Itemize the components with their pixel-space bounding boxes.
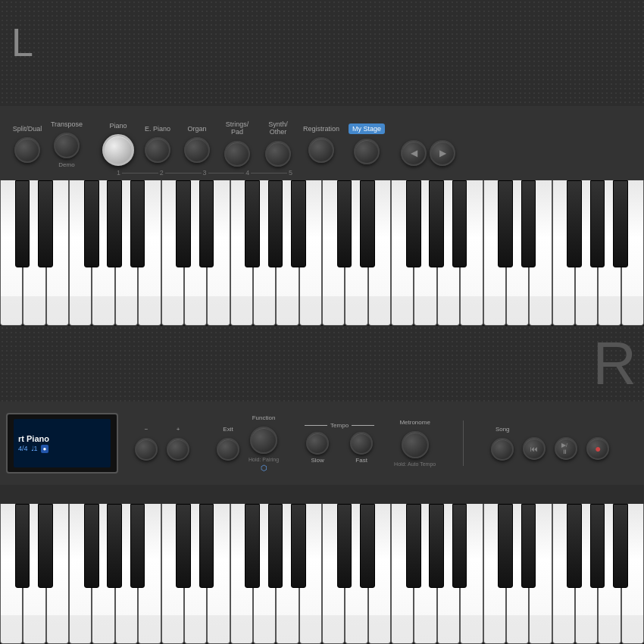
v-divider [463,420,464,466]
metronome-knob[interactable] [402,431,429,458]
slow-group: Slow [302,432,333,464]
epiano-label: E. Piano [145,125,170,133]
label-r: R [592,333,636,394]
black-key[interactable] [521,180,536,267]
black-key[interactable] [337,180,352,267]
split-dual-group: Split/Dual [8,125,47,163]
black-key[interactable] [452,180,467,267]
record-knob[interactable]: ● [586,437,609,460]
song-label: Song [496,426,510,433]
black-key[interactable] [406,180,421,267]
black-key[interactable] [360,180,375,267]
skip-back-knob[interactable]: ⏮ [523,437,546,460]
black-key[interactable] [406,504,421,588]
function-label: Function [252,414,276,422]
my-stage-button[interactable]: My Stage [349,123,385,134]
function-knob[interactable] [250,427,277,454]
fast-knob[interactable] [350,432,373,455]
black-key[interactable] [130,504,145,588]
black-key[interactable] [15,504,30,588]
tempo-text: Tempo [327,422,352,429]
epiano-knob[interactable] [145,137,170,163]
metronome-label: Metronome [399,419,430,427]
nav-left-knob[interactable]: ◀ [401,140,427,166]
demo-label: Demo [58,161,74,168]
organ-group: Organ [177,125,217,163]
black-key[interactable] [498,180,513,267]
record-group: ● [582,427,614,460]
black-key[interactable] [199,504,214,588]
auto-tempo-label: Hold: Auto Tempo [394,461,436,467]
tempo-group: Tempo Slow Fast [302,422,377,464]
synth-other-knob[interactable] [265,141,291,167]
black-key[interactable] [176,504,191,588]
black-key[interactable] [107,180,122,267]
play-pause-knob[interactable]: ▶/⏸ [555,437,577,460]
black-key[interactable] [613,180,628,267]
function-group: Function Hold: Pairing ⬡ [244,414,283,472]
black-key[interactable] [567,180,582,267]
black-key[interactable] [107,504,122,588]
black-key[interactable] [498,504,513,588]
strings-pad-label: Strings/Pad [226,121,249,136]
black-key[interactable] [590,504,605,588]
nav-arrows-group: ◀ ▶ [402,122,455,166]
exit-group: Exit [212,426,244,461]
my-stage-knob[interactable] [354,139,380,164]
black-key[interactable] [452,504,467,588]
black-key[interactable] [176,180,191,267]
black-key[interactable] [567,504,582,588]
strings-pad-knob[interactable] [224,141,250,167]
black-key[interactable] [130,180,145,267]
black-key[interactable] [84,504,99,588]
synth-other-group: Synth/Other [258,121,299,167]
tempo-label-bar: Tempo [305,422,374,429]
black-key[interactable] [245,180,260,267]
minus-label: − [145,426,148,433]
tempo-row: Slow Fast [302,432,377,464]
black-key[interactable] [199,180,214,267]
black-key[interactable] [38,504,53,588]
nav-right-knob[interactable]: ▶ [430,140,455,166]
num-2: 2 [160,169,164,177]
transpose-knob[interactable] [54,133,80,158]
number-strip: 1 2 3 4 5 [114,169,295,177]
black-key[interactable] [291,504,306,588]
num-1: 1 [117,169,120,177]
black-key[interactable] [84,180,99,267]
song-knob[interactable] [491,438,514,461]
black-key[interactable] [268,180,283,267]
organ-knob[interactable] [184,137,210,163]
black-key[interactable] [245,504,260,588]
black-key[interactable] [521,504,536,588]
display-measure: ♩1 [31,445,38,452]
fast-group: Fast [345,432,377,464]
black-key[interactable] [337,504,352,588]
keys-top [0,180,644,326]
transpose-group: Transpose Demo [47,120,86,168]
display-bottom-title: rt Piano [18,434,106,443]
piano-knob[interactable] [102,134,134,166]
minus-knob[interactable] [135,438,158,461]
registration-knob[interactable] [308,137,334,163]
display-bottom-sub: 4/4 ♩1 ● [18,445,106,453]
black-key[interactable] [38,180,53,267]
keyboard-top [0,180,644,326]
black-key[interactable] [613,504,628,588]
split-dual-knob[interactable] [14,137,40,163]
black-key[interactable] [429,180,444,267]
black-key[interactable] [15,180,30,267]
black-key[interactable] [590,180,605,267]
display-badge: ● [41,445,49,453]
hold-pairing-label: Hold: Pairing [249,456,279,463]
plus-knob[interactable] [167,438,189,461]
slow-knob[interactable] [306,432,329,455]
black-key[interactable] [360,504,375,588]
split-dual-label: Split/Dual [13,125,42,133]
metronome-group: Metronome Hold: Auto Tempo [389,419,440,467]
black-key[interactable] [291,180,306,267]
black-key[interactable] [429,504,444,588]
exit-knob[interactable] [217,438,239,461]
epiano-group: E. Piano [138,125,177,163]
black-key[interactable] [268,504,283,588]
